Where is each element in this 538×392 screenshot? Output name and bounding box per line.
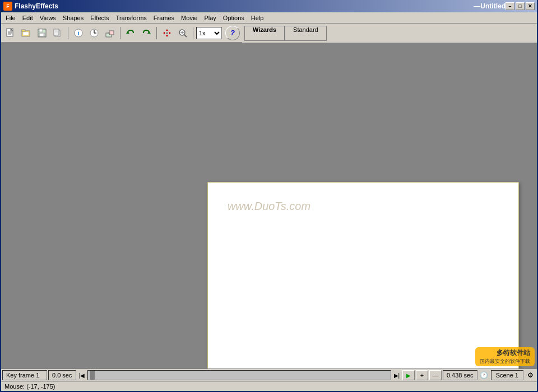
play-button[interactable]: ▶ xyxy=(402,370,415,380)
menu-options[interactable]: Options xyxy=(220,13,248,22)
add-frame-button[interactable]: + xyxy=(416,370,428,380)
settings-icon[interactable]: ⚙ xyxy=(525,370,536,380)
maximize-button[interactable]: □ xyxy=(516,2,525,10)
save-button[interactable] xyxy=(35,26,49,40)
new-button[interactable] xyxy=(3,26,18,40)
separator-3 xyxy=(156,27,157,39)
svg-rect-11 xyxy=(40,34,43,36)
watermark-site: 多特软件站 xyxy=(480,348,530,358)
menu-transforms[interactable]: Transforms xyxy=(113,13,150,22)
status-bar: Key frame 1 0.0 sec |◀ ▶| ▶ + — 0.438 se… xyxy=(1,368,537,391)
menu-effects[interactable]: Effects xyxy=(87,13,112,22)
timeline-bar: Key frame 1 0.0 sec |◀ ▶| ▶ + — 0.438 se… xyxy=(1,369,537,382)
window-controls: – □ ✕ xyxy=(505,2,535,10)
svg-rect-9 xyxy=(39,29,43,32)
move-button[interactable] xyxy=(160,26,174,40)
remove-frame-button[interactable]: — xyxy=(429,370,442,380)
time-display: 0.0 sec xyxy=(48,370,76,380)
canvas[interactable] xyxy=(207,182,519,368)
redo-button[interactable] xyxy=(139,26,154,40)
timeline-handle[interactable] xyxy=(90,371,95,380)
svg-marker-25 xyxy=(147,31,151,34)
menu-shapes[interactable]: Shapes xyxy=(59,13,87,22)
menu-movie[interactable]: Movie xyxy=(178,13,201,22)
mouse-bar: Mouse: (-17, -175) xyxy=(1,382,537,391)
doc-name: Untitled xyxy=(480,2,505,10)
export-button[interactable] xyxy=(103,26,117,40)
menu-help[interactable]: Help xyxy=(248,13,267,22)
menu-file[interactable]: File xyxy=(2,13,19,22)
svg-marker-26 xyxy=(166,29,168,31)
toolbar-area: i xyxy=(1,24,537,43)
svg-marker-24 xyxy=(126,31,129,34)
svg-rect-30 xyxy=(166,32,168,34)
close-button[interactable]: ✕ xyxy=(526,2,535,10)
scene-label: Scene 1 xyxy=(491,370,523,380)
tab-container: Wizards Standard xyxy=(244,25,327,41)
toolbar: i xyxy=(1,24,242,43)
watermark-desc: 国内最安全的软件下载 xyxy=(480,358,530,365)
help-button[interactable]: ? xyxy=(225,26,240,40)
copy-button[interactable] xyxy=(50,26,65,40)
svg-marker-28 xyxy=(163,32,165,34)
menu-play[interactable]: Play xyxy=(201,13,219,22)
keyframe-label: Key frame 1 xyxy=(2,370,47,380)
window-title: FlashyEffects xyxy=(15,2,474,10)
main-canvas-area: www.DuoTs.com 多特软件站 国内最安全的软件下载 xyxy=(1,43,537,368)
zoom-select[interactable]: 1x 2x 0.5x xyxy=(196,27,222,39)
menu-bar: File Edit Views Shapes Effects Transform… xyxy=(1,12,537,24)
clock-icon[interactable]: 🕐 xyxy=(479,370,490,380)
timeline-start[interactable]: |◀ xyxy=(77,370,86,380)
svg-rect-7 xyxy=(23,32,29,35)
clock-button[interactable] xyxy=(87,26,101,40)
tab-standard[interactable]: Standard xyxy=(285,26,327,40)
svg-text:i: i xyxy=(78,30,80,36)
open-button[interactable] xyxy=(19,26,34,40)
svg-line-32 xyxy=(184,35,187,37)
app-icon: F xyxy=(3,2,12,11)
bottom-watermark: 多特软件站 国内最安全的软件下载 xyxy=(475,347,535,366)
menu-views[interactable]: Views xyxy=(36,13,59,22)
title-bar: F FlashyEffects — Untitled – □ ✕ xyxy=(1,0,537,12)
undo-button[interactable] xyxy=(123,26,138,40)
minimize-button[interactable]: – xyxy=(505,2,514,10)
separator-1 xyxy=(68,27,68,39)
svg-marker-29 xyxy=(169,32,171,34)
separator-4 xyxy=(193,27,193,39)
menu-edit[interactable]: Edit xyxy=(19,13,36,22)
info-button[interactable]: i xyxy=(71,26,86,40)
total-time: 0.438 sec xyxy=(443,370,477,380)
timeline-track[interactable] xyxy=(87,370,391,380)
svg-marker-27 xyxy=(166,35,168,37)
mouse-coords: Mouse: (-17, -175) xyxy=(4,383,55,390)
svg-rect-6 xyxy=(22,30,25,31)
tab-wizards[interactable]: Wizards xyxy=(244,26,285,40)
zoom-button[interactable] xyxy=(175,26,190,40)
title-separator: — xyxy=(474,2,480,10)
timeline-end[interactable]: ▶| xyxy=(392,370,401,380)
separator-2 xyxy=(120,27,120,39)
menu-frames[interactable]: Frames xyxy=(150,13,178,22)
